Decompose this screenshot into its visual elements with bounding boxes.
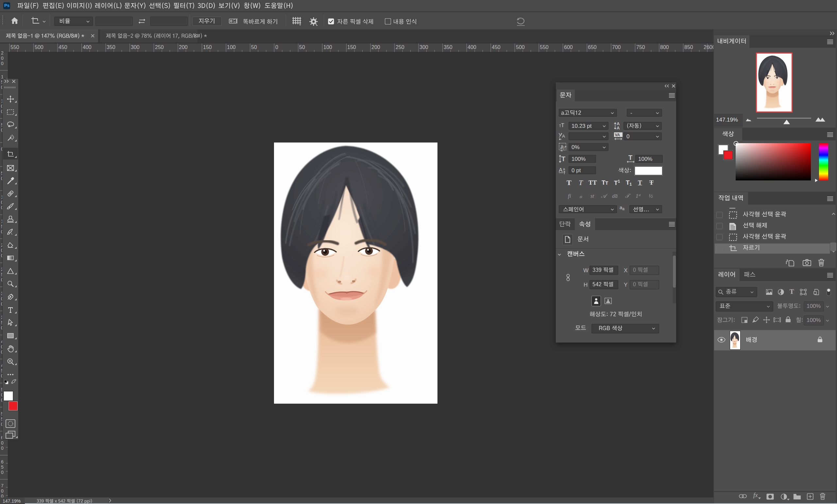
svg-text:T: T	[628, 155, 632, 161]
svg-text:あ: あ	[560, 144, 565, 149]
svg-text:A: A	[617, 126, 620, 130]
svg-text:T: T	[562, 155, 565, 162]
svg-text:a: a	[563, 167, 565, 171]
svg-text:A: A	[562, 134, 565, 139]
svg-text:A: A	[559, 167, 563, 173]
svg-text:VA: VA	[615, 133, 620, 137]
